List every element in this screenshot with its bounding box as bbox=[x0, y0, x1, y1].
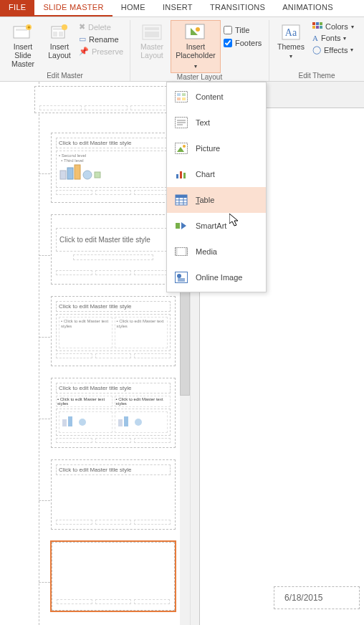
fonts-icon: A bbox=[312, 34, 318, 42]
delete-label: Delete bbox=[88, 23, 111, 32]
layout-thumb-1[interactable]: Click to edit Master title style • Secon… bbox=[50, 132, 176, 204]
dd-text[interactable]: Text bbox=[167, 110, 266, 135]
dd-online-image-label: Online Image bbox=[196, 273, 242, 282]
insert-placeholder-label: Insert Placeholder ▾ bbox=[174, 42, 217, 71]
svg-point-62 bbox=[177, 274, 181, 278]
rename-button[interactable]: ▭Rename bbox=[77, 34, 125, 44]
svg-point-14 bbox=[196, 27, 200, 32]
svg-rect-63 bbox=[178, 278, 185, 282]
svg-point-31 bbox=[79, 419, 86, 426]
insert-layout-label: Insert Layout bbox=[47, 42, 72, 59]
dd-chart-label: Chart bbox=[196, 170, 215, 178]
svg-rect-10 bbox=[145, 27, 159, 30]
effects-icon: ◯ bbox=[312, 45, 321, 54]
insert-layout-button[interactable]: Insert Layout bbox=[43, 20, 76, 72]
svg-rect-17 bbox=[312, 22, 315, 25]
svg-rect-20 bbox=[312, 26, 315, 29]
insert-slide-master-label: Insert Slide Master bbox=[6, 42, 39, 68]
fonts-label: Fonts bbox=[321, 34, 341, 42]
svg-rect-56 bbox=[176, 223, 180, 229]
svg-rect-35 bbox=[176, 92, 188, 102]
svg-rect-18 bbox=[316, 22, 319, 25]
date-placeholder[interactable]: 6/18/2015 bbox=[274, 586, 360, 609]
rename-icon: ▭ bbox=[79, 34, 86, 44]
dd-content[interactable]: Content bbox=[167, 84, 266, 110]
svg-rect-26 bbox=[75, 165, 80, 179]
title-checkbox-label: Title bbox=[235, 26, 249, 34]
group-edit-master-label: Edit Master bbox=[3, 72, 127, 81]
thumb-title-4: Click to edit Master title style bbox=[56, 383, 171, 393]
ribbon: ✦ Insert Slide Master Insert Layout ✖Del… bbox=[0, 17, 364, 82]
rename-label: Rename bbox=[89, 35, 119, 44]
svg-rect-39 bbox=[182, 97, 186, 100]
preserve-button: 📌Preserve bbox=[77, 46, 125, 57]
tab-transitions[interactable]: TRANSITIONS bbox=[201, 0, 274, 16]
group-edit-theme: Aa Themes▾ Colors▾ AFonts▾ ◯Effects▾ Edi… bbox=[269, 20, 364, 81]
footers-checkbox[interactable] bbox=[224, 39, 232, 47]
thumb-title-2: Click to edit Master title style bbox=[56, 228, 171, 252]
insert-placeholder-button[interactable]: Insert Placeholder ▾ bbox=[171, 20, 221, 73]
dd-online-image[interactable]: Online Image bbox=[167, 264, 266, 290]
layout-thumb-5[interactable]: Click to edit Master title style bbox=[50, 459, 176, 530]
svg-rect-36 bbox=[177, 93, 181, 96]
svg-rect-59 bbox=[176, 248, 178, 256]
colors-label: Colors bbox=[325, 22, 348, 31]
layout-thumb-3[interactable]: Click to edit Master title style • Click… bbox=[50, 295, 176, 367]
preserve-icon: 📌 bbox=[79, 47, 89, 56]
dd-picture[interactable]: Picture bbox=[167, 135, 266, 161]
tab-slide-master[interactable]: SLIDE MASTER bbox=[34, 0, 112, 16]
thumb-rail bbox=[39, 82, 39, 625]
themes-label: Themes▾ bbox=[277, 42, 305, 61]
svg-rect-37 bbox=[182, 93, 186, 96]
svg-text:Aa: Aa bbox=[285, 27, 297, 38]
dd-text-label: Text bbox=[196, 118, 210, 127]
tab-file[interactable]: FILE bbox=[0, 0, 34, 16]
dd-table[interactable]: Table bbox=[167, 187, 266, 213]
tab-insert[interactable]: INSERT bbox=[154, 0, 201, 16]
svg-point-34 bbox=[135, 419, 142, 426]
thumbnails-pane[interactable]: Click to edit Master title style • Secon… bbox=[0, 82, 191, 625]
svg-rect-22 bbox=[320, 26, 322, 29]
effects-button[interactable]: ◯Effects▾ bbox=[311, 44, 355, 55]
fonts-button[interactable]: AFonts▾ bbox=[311, 33, 355, 43]
colors-button[interactable]: Colors▾ bbox=[311, 22, 355, 32]
dd-smartart[interactable]: SmartArt bbox=[167, 213, 266, 239]
footers-checkbox-row[interactable]: Footers bbox=[222, 37, 263, 49]
dd-content-label: Content bbox=[196, 92, 224, 101]
svg-rect-29 bbox=[62, 419, 67, 426]
title-checkbox[interactable] bbox=[224, 26, 232, 34]
colors-icon bbox=[312, 22, 322, 31]
svg-rect-7 bbox=[59, 32, 63, 37]
dd-smartart-label: SmartArt bbox=[196, 221, 226, 230]
master-thumb[interactable] bbox=[34, 86, 178, 113]
tab-animations[interactable]: ANIMATIONS bbox=[274, 0, 342, 16]
svg-rect-21 bbox=[316, 26, 319, 29]
insert-slide-master-button[interactable]: ✦ Insert Slide Master bbox=[3, 20, 43, 72]
delete-icon: ✖ bbox=[79, 22, 85, 32]
svg-rect-24 bbox=[60, 171, 66, 179]
group-edit-theme-label: Edit Theme bbox=[272, 72, 361, 81]
tab-home[interactable]: HOME bbox=[112, 0, 154, 16]
thumb-title-3: Click to edit Master title style bbox=[56, 301, 171, 312]
picture-icon bbox=[174, 141, 188, 156]
dd-table-label: Table bbox=[196, 196, 214, 204]
title-checkbox-row[interactable]: Title bbox=[222, 24, 263, 36]
themes-button[interactable]: Aa Themes▾ bbox=[272, 20, 310, 72]
master-layout-label: Master Layout bbox=[137, 42, 167, 59]
svg-rect-47 bbox=[176, 174, 178, 178]
svg-rect-25 bbox=[67, 168, 73, 179]
svg-rect-51 bbox=[176, 195, 187, 198]
delete-button: ✖Delete bbox=[77, 22, 125, 32]
svg-rect-5 bbox=[53, 28, 63, 30]
svg-point-8 bbox=[62, 24, 67, 30]
thumb-title-1: Click to edit Master title style bbox=[56, 138, 171, 148]
layout-thumb-4[interactable]: Click to edit Master title style • Click… bbox=[50, 377, 176, 449]
preserve-label: Preserve bbox=[92, 47, 123, 56]
layout-thumb-2[interactable]: Click to edit Master title style bbox=[50, 214, 176, 285]
media-icon bbox=[174, 244, 188, 259]
group-edit-master: ✦ Insert Slide Master Insert Layout ✖Del… bbox=[0, 20, 130, 81]
svg-rect-60 bbox=[186, 248, 188, 256]
dd-chart[interactable]: Chart bbox=[167, 161, 266, 187]
layout-thumb-6[interactable] bbox=[50, 540, 176, 612]
dd-media[interactable]: Media bbox=[167, 239, 266, 264]
